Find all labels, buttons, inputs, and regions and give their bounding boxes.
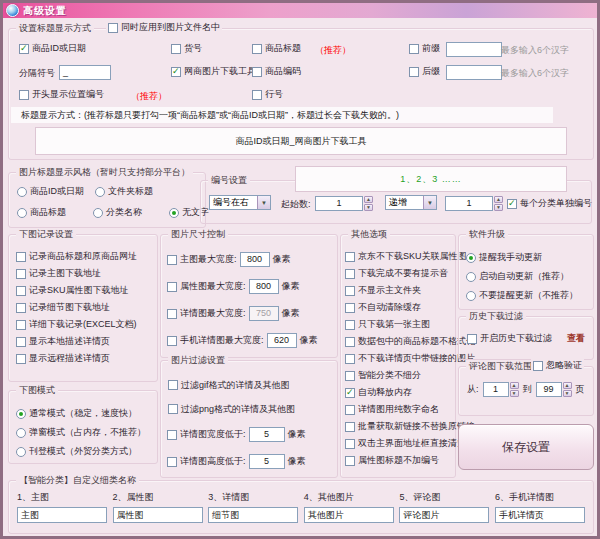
start-number-spinner[interactable]: 1 ▲▼ (315, 196, 373, 211)
per-category-number-checkbox[interactable]: 每个分类单独编号 (507, 197, 592, 210)
from-page-spinner[interactable]: 1 ▲▼ (483, 382, 519, 397)
apply-to-filename-checkbox[interactable]: 同时应用到图片文件名中 (106, 21, 222, 34)
other-option-checkbox[interactable]: 京东不下载SKU关联属性图 (345, 248, 455, 265)
other-option-checkbox[interactable]: 下载完成不要有提示音 (345, 265, 455, 282)
checkbox-icon (108, 23, 118, 33)
size-limit-checkbox[interactable]: 属性图最大宽度: (167, 280, 246, 293)
product-title-checkbox[interactable]: 商品标题 (252, 42, 301, 55)
size-value-input[interactable]: 800 (249, 279, 279, 294)
prefix-input[interactable] (446, 42, 502, 57)
size-value-input[interactable]: 620 (267, 333, 297, 348)
spinner-down-icon[interactable]: ▼ (364, 204, 373, 211)
spinner-arrows[interactable]: ▲▼ (494, 196, 503, 211)
size-value-input[interactable]: 750 (249, 306, 279, 321)
upgrade-radio[interactable]: 提醒我手动更新 (466, 248, 593, 267)
category-name-input[interactable]: 细节图 (208, 507, 298, 523)
tool-name-checkbox[interactable]: 网商图片下载工具 (171, 65, 256, 78)
spinner-down-icon[interactable]: ▼ (563, 390, 572, 397)
upgrade-radio[interactable]: 不要提醒更新（不推荐） (466, 286, 593, 305)
from-page-input[interactable]: 1 (483, 382, 509, 397)
threshold-value-input[interactable]: 5 (249, 454, 285, 469)
line-number-checkbox[interactable]: 行号 (252, 88, 283, 101)
other-option-checkbox[interactable]: 不显示主文件夹 (345, 282, 455, 299)
spinner-up-icon[interactable]: ▲ (563, 382, 572, 389)
other-option-checkbox[interactable]: 批量获取新链接不替换原链接 (345, 418, 455, 435)
view-history-link[interactable]: 查看 (567, 332, 585, 345)
prefix-checkbox[interactable]: 前缀 (409, 42, 440, 55)
spinner-arrows[interactable]: ▲▼ (364, 196, 373, 211)
size-limit-checkbox[interactable]: 主图最大宽度: (167, 253, 237, 266)
smart-category-column: 5、评论图 评论图片 (399, 491, 489, 523)
suffix-checkbox[interactable]: 后缀 (409, 65, 440, 78)
step-input[interactable]: 1 (445, 196, 493, 211)
spinner-up-icon[interactable]: ▲ (364, 196, 373, 203)
download-mode-radio[interactable]: 刊登模式（外贸分类方式） (16, 442, 157, 461)
other-option-checkbox[interactable]: 属性图标题不加编号 (345, 452, 455, 469)
filter-checkbox[interactable]: 过滤gif格式的详情及其他图 (168, 373, 337, 397)
other-option-checkbox[interactable]: 不自动清除缓存 (345, 299, 455, 316)
radio-label: 文件夹标题 (108, 185, 153, 198)
size-limit-checkbox[interactable]: 手机详情图最大宽度: (167, 334, 264, 347)
spinner-up-icon[interactable]: ▲ (510, 382, 519, 389)
other-option-checkbox[interactable]: 双击主界面地址框直接清空 (345, 435, 455, 452)
to-page-input[interactable]: 99 (536, 382, 562, 397)
record-checkbox[interactable]: 记录细节图下载地址 (16, 299, 157, 316)
threshold-checkbox[interactable]: 详情图宽度低于: (167, 428, 246, 441)
suffix-input[interactable] (446, 65, 502, 80)
separator-input[interactable]: _ (59, 65, 111, 80)
spinner-down-icon[interactable]: ▼ (494, 204, 503, 211)
category-name-input[interactable]: 属性图 (113, 507, 203, 523)
to-page-spinner[interactable]: 99 ▲▼ (536, 382, 572, 397)
unit-label: 像素 (282, 307, 300, 320)
sku-number-checkbox[interactable]: 货号 (171, 42, 202, 55)
other-option-checkbox[interactable]: 不下载详情页中带链接的图片 (345, 350, 455, 367)
download-mode-radio[interactable]: 弹窗模式（占内存，不推荐） (16, 423, 157, 442)
position-number-checkbox[interactable]: 开头显示位置编号 (19, 88, 104, 101)
filter-checkbox[interactable]: 过滤png格式的详情及其他图 (168, 397, 337, 421)
other-option-checkbox[interactable]: 只下载第一张主图 (345, 316, 455, 333)
increment-mode-select[interactable]: 递增 ▼ (385, 195, 437, 210)
product-id-date-checkbox[interactable]: 商品ID或日期 (19, 42, 86, 55)
size-limit-checkbox[interactable]: 详情图最大宽度: (167, 307, 246, 320)
record-checkbox[interactable]: 记录商品标题和原商品网址 (16, 248, 157, 265)
history-filter-group: 历史下载过滤 开启历史下载过滤 查看 (458, 316, 594, 360)
ignore-verify-checkbox[interactable]: 忽略验证 (531, 359, 584, 372)
category-label: 2、属性图 (113, 491, 203, 504)
save-settings-button[interactable]: 保存设置 (458, 424, 594, 470)
record-checkbox[interactable]: 显示本地描述详情页 (16, 333, 157, 350)
history-filter-checkbox[interactable]: 开启历史下载过滤 (467, 332, 552, 345)
category-name-input[interactable]: 主图 (17, 507, 107, 523)
category-name-input[interactable]: 其他图片 (304, 507, 394, 523)
category-name-input[interactable]: 评论图片 (399, 507, 489, 523)
start-number-input[interactable]: 1 (315, 196, 363, 211)
smart-category-column: 1、主图 主图 (17, 491, 107, 523)
size-value-input[interactable]: 800 (240, 252, 270, 267)
download-mode-radio[interactable]: 通常模式（稳定，速度快） (16, 404, 157, 423)
threshold-checkbox[interactable]: 详情图高度低于: (167, 455, 246, 468)
product-code-checkbox[interactable]: 商品编码 (252, 65, 301, 78)
style-radio[interactable]: 商品标题 (17, 206, 93, 219)
threshold-value-input[interactable]: 5 (249, 427, 285, 442)
spinner-up-icon[interactable]: ▲ (494, 196, 503, 203)
style-radio[interactable]: 文件夹标题 (95, 185, 173, 198)
other-option-checkbox[interactable]: 自动释放内存 (345, 384, 455, 401)
other-option-checkbox[interactable]: 详情图用纯数字命名 (345, 401, 455, 418)
spinner-arrows[interactable]: ▲▼ (563, 382, 572, 397)
spinner-down-icon[interactable]: ▼ (510, 390, 519, 397)
record-checkbox[interactable]: 记录SKU属性图下载地址 (16, 282, 157, 299)
checkbox-icon (168, 404, 178, 414)
unit-label: 像素 (300, 334, 318, 347)
checkbox-label: 记录商品标题和原商品网址 (29, 250, 137, 263)
step-spinner[interactable]: 1 ▲▼ (445, 196, 503, 211)
style-radio[interactable]: 分类名称 (93, 206, 169, 219)
upgrade-radio[interactable]: 启动自动更新（推荐） (466, 267, 593, 286)
record-checkbox[interactable]: 显示远程描述详情页 (16, 350, 157, 367)
number-position-select[interactable]: 编号在右 ▼ (209, 195, 271, 210)
other-option-checkbox[interactable]: 数据包中的商品标题不格式化 (345, 333, 455, 350)
record-checkbox[interactable]: 记录主图下载地址 (16, 265, 157, 282)
spinner-arrows[interactable]: ▲▼ (510, 382, 519, 397)
style-radio[interactable]: 商品ID或日期 (17, 185, 95, 198)
category-name-input[interactable]: 手机详情页 (495, 507, 585, 523)
record-checkbox[interactable]: 详细下载记录(EXCEL文档) (16, 316, 157, 333)
other-option-checkbox[interactable]: 智能分类不细分 (345, 367, 455, 384)
